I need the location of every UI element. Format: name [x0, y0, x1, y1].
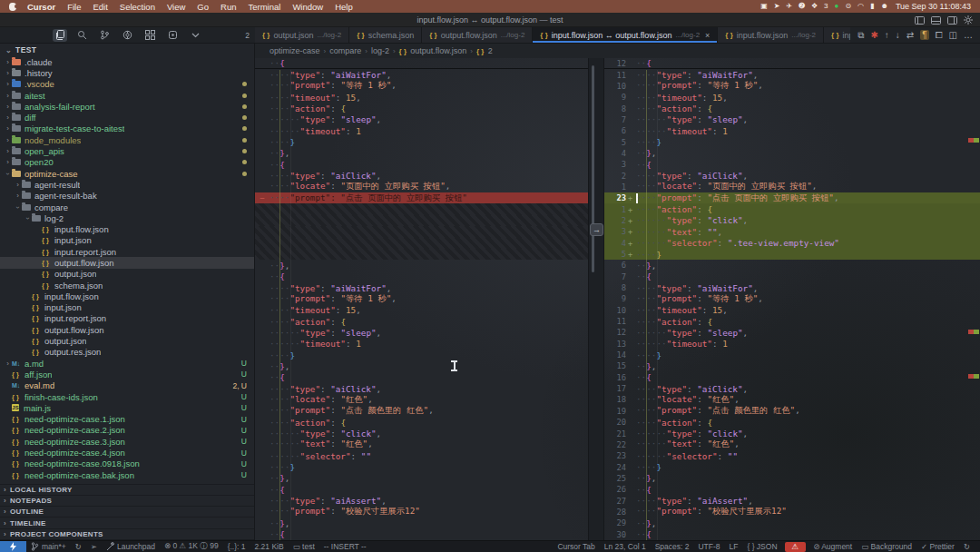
sidebar-section-notepads[interactable]: ›NOTEPADS [0, 496, 254, 507]
left-pane-scrollbar[interactable] [592, 65, 594, 272]
open-preview-icon[interactable]: ⧠ [936, 30, 943, 41]
restart-extensions-icon[interactable]: ↻ [959, 541, 975, 552]
layout-sidebar-left-icon[interactable] [915, 16, 925, 25]
sidebar-item-output.flow.json[interactable]: { }output.flow.json [0, 324, 254, 335]
settings-gear-icon[interactable] [964, 15, 973, 25]
menu-selection[interactable]: Selection [120, 2, 155, 12]
sidebar-item-input.json[interactable]: { }input.json [0, 235, 254, 246]
menu-terminal[interactable]: Terminal [248, 2, 280, 12]
menu-run[interactable]: Run [220, 2, 236, 12]
sidebar-item-main.js[interactable]: JSmain.jsU [0, 402, 254, 413]
menu-help[interactable]: Help [335, 2, 353, 12]
sidebar-item-need-optimize-case.1.json[interactable]: { }need-optimize-case.1.jsonU [0, 414, 254, 425]
breadcrumb-item[interactable]: { } output.flow.json [399, 46, 467, 55]
sidebar-item-migrate-test-case-to-aitest[interactable]: ›migrate-test-case-to-aitest [0, 123, 254, 134]
menu-cursor[interactable]: Cursor [27, 2, 55, 12]
wechat-icon[interactable]: ● [835, 3, 839, 10]
menu-edit[interactable]: Edit [93, 2, 107, 12]
encoding-item[interactable]: UTF-8 [693, 541, 724, 552]
indentation-item[interactable]: Spaces: 2 [651, 541, 694, 552]
messages-icon[interactable]: ❖ [811, 3, 818, 10]
language-mode-item[interactable]: { } JSON [742, 541, 781, 552]
remote-button[interactable] [0, 541, 26, 552]
sidebar-item-compare[interactable]: ›compare [0, 202, 254, 212]
files-icon[interactable] [53, 29, 67, 42]
extensions-icon[interactable] [121, 29, 135, 42]
problems-item[interactable]: ⊗ 0 ⚠ 1K ⓘ 99 [160, 541, 223, 552]
menu-view[interactable]: View [167, 2, 185, 12]
copy-icon[interactable]: ⧉ [858, 30, 864, 41]
telegram-icon[interactable]: ✈ [787, 3, 793, 10]
next-change-icon[interactable]: ↓ [896, 30, 900, 40]
augment-item[interactable]: ⊘ Augment [808, 541, 857, 552]
pigeon-icon[interactable]: ➢ [86, 541, 102, 552]
layout-panel-icon[interactable] [931, 16, 941, 25]
layout-sidebar-right-icon[interactable] [947, 16, 957, 25]
sidebar-section-outline[interactable]: ›OUTLINE [0, 507, 254, 518]
sidebar-item-node-modules[interactable]: ›node_modules [0, 134, 254, 145]
overview-ruler[interactable] [965, 58, 980, 540]
tab-input.report.[interactable]: { }input.report. [824, 27, 850, 43]
grid-icon[interactable] [143, 29, 158, 42]
screenshot-icon[interactable]: ▣ [760, 3, 768, 10]
sidebar-item-need-optimize-case.3.json[interactable]: { }need-optimize-case.3.jsonU [0, 436, 254, 447]
sidebar-item-need-optimize-case.bak.json[interactable]: { }need-optimize-case.bak.jsonU [0, 469, 254, 480]
swift-icon[interactable]: ➤ [774, 3, 780, 10]
bracket-count-item[interactable]: {..}: 1 [223, 541, 250, 552]
sidebar-item-log-2[interactable]: ›log-2 [0, 212, 254, 223]
file-size-item[interactable]: 2.21 KiB [250, 541, 289, 552]
sidebar-section-project-components[interactable]: ›PROJECT COMPONENTS [0, 529, 254, 540]
sidebar-item-input.report.json[interactable]: { }input.report.json [0, 246, 254, 257]
sidebar-item-.vscode[interactable]: ›.vscode [0, 79, 254, 90]
messages-count[interactable]: 3 [824, 3, 828, 10]
sidebar-item-need-optimize-case.4.json[interactable]: { }need-optimize-case.4.jsonU [0, 447, 254, 458]
split-editor-icon[interactable]: ◫ [949, 30, 957, 40]
eol-item[interactable]: LF [725, 541, 743, 552]
swap-sides-icon[interactable]: ⇄ [906, 30, 914, 40]
menubar-app-icon[interactable]: ⊙ [845, 3, 851, 10]
sidebar-item-schema.json[interactable]: { }schema.json [0, 280, 254, 291]
wifi-icon[interactable]: ◠ [858, 3, 864, 10]
menubar-clock[interactable]: Tue Sep 30 11:08:43 [896, 2, 971, 11]
menu-go[interactable]: Go [197, 2, 209, 12]
battery-icon[interactable]: ▮ [870, 3, 874, 10]
tab-input.flow.json-output.flow.json[interactable]: { }input.flow.json ↔ output.flow.json...… [533, 27, 718, 43]
sidebar-item-output.json[interactable]: { }output.json [0, 335, 254, 346]
sidebar-item-agent-result-bak[interactable]: ›agent-result-bak [0, 191, 254, 202]
window-titlebar[interactable]: input.flow.json ↔ output.flow.json — tes… [0, 13, 980, 27]
sidebar-item-need-optimize-case.2.json[interactable]: { }need-optimize-case.2.jsonU [0, 425, 254, 436]
tab-input.flow.json[interactable]: { }input.flow.json.../log-2 [718, 27, 824, 43]
cursor-position-item[interactable]: Ln 23, Col 1 [600, 541, 651, 552]
sidebar-item-optimize-case[interactable]: ›optimize-case [0, 168, 254, 179]
prev-change-icon[interactable]: ↑ [885, 30, 889, 40]
tab-close-icon[interactable]: × [705, 31, 710, 40]
sidebar-item-a.md[interactable]: ›M↓a.mdU [0, 358, 254, 369]
sidebar-section-local-history[interactable]: ›LOCAL HISTORY [0, 485, 254, 496]
source-control-icon[interactable] [98, 29, 113, 42]
sidebar-item-eval.md[interactable]: M↓eval.md2, U [0, 380, 254, 391]
git-branch-item[interactable]: main*+ [26, 541, 71, 552]
chevron-down-icon[interactable] [189, 29, 203, 42]
sidebar-section-timeline[interactable]: ›TIMELINE [0, 518, 254, 528]
diff-original-pane[interactable]: ··{····"type": "aiWaitFor",····"prompt":… [255, 58, 588, 540]
explorer-root-header[interactable]: ⌄ TEST [0, 44, 254, 56]
sidebar-item-open20[interactable]: ›open20 [0, 157, 254, 168]
ai-flower-icon[interactable]: ✱ [870, 30, 877, 40]
sidebar-item-need-optimize-case.0918.json[interactable]: { }need-optimize-case.0918.jsonU [0, 458, 254, 469]
more-actions-icon[interactable]: … [964, 30, 973, 40]
sidebar-item-finish-case-ids.json[interactable]: { }finish-case-ids.jsonU [0, 391, 254, 402]
breadcrumb-item[interactable]: log-2 [371, 46, 389, 55]
sidebar-item-.claude[interactable]: ›.claude [0, 56, 254, 67]
sidebar-item-output.json[interactable]: { }output.json [0, 269, 254, 280]
background-item[interactable]: ▭ Background [857, 541, 916, 552]
sidebar-item-analysis-fail-report[interactable]: ›analysis-fail-report [0, 101, 254, 112]
cursor-tab-item[interactable]: Cursor Tab [553, 541, 599, 552]
breadcrumb-item[interactable]: compare [329, 46, 361, 55]
search-icon[interactable] [75, 29, 90, 42]
sync-icon[interactable]: ↻ [71, 541, 86, 552]
tab-output.json[interactable]: { }output.json.../log-2 [255, 27, 349, 43]
sidebar-item-aff.json[interactable]: { }aff.jsonU [0, 369, 254, 380]
launchpad-item[interactable]: Launchpad [102, 541, 160, 552]
sidebar-item-input.flow.json[interactable]: { }input.flow.json [0, 223, 254, 234]
breadcrumb-item[interactable]: optimize-case [270, 46, 320, 55]
